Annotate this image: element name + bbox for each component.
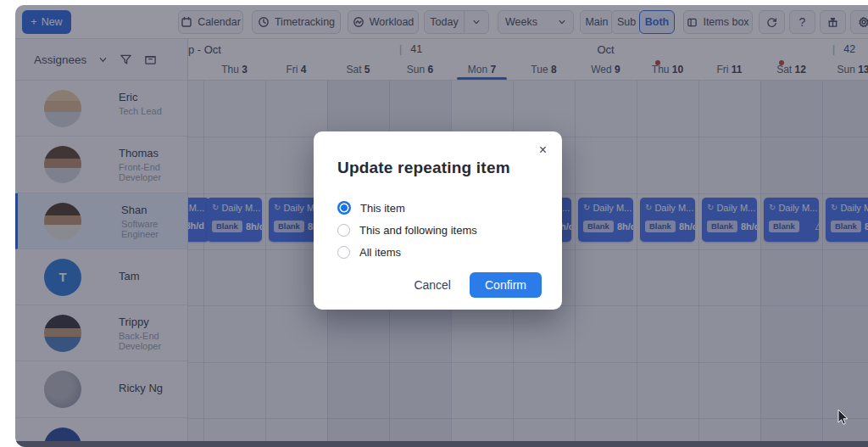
option-label: All items xyxy=(359,246,401,259)
option-label: This and following items xyxy=(359,224,477,237)
radio-icon xyxy=(337,246,350,259)
repeat-option[interactable]: This and following items xyxy=(337,223,562,237)
radio-icon xyxy=(337,224,350,237)
app-window: + New Calendar Timetracking Workload Tod… xyxy=(15,5,868,447)
close-icon[interactable]: × xyxy=(539,143,547,157)
mouse-cursor xyxy=(837,409,850,426)
confirm-button[interactable]: Confirm xyxy=(470,272,542,298)
update-repeating-item-dialog: × Update repeating item This item This a… xyxy=(314,131,562,310)
dialog-title: Update repeating item xyxy=(314,131,562,177)
dialog-actions: Cancel Confirm xyxy=(410,272,542,298)
cancel-button[interactable]: Cancel xyxy=(410,273,454,297)
repeat-option[interactable]: All items xyxy=(337,245,562,259)
radio-icon xyxy=(337,201,351,215)
option-label: This item xyxy=(360,202,405,215)
repeat-option[interactable]: This item xyxy=(337,201,562,215)
repeat-options: This item This and following items All i… xyxy=(337,201,562,259)
